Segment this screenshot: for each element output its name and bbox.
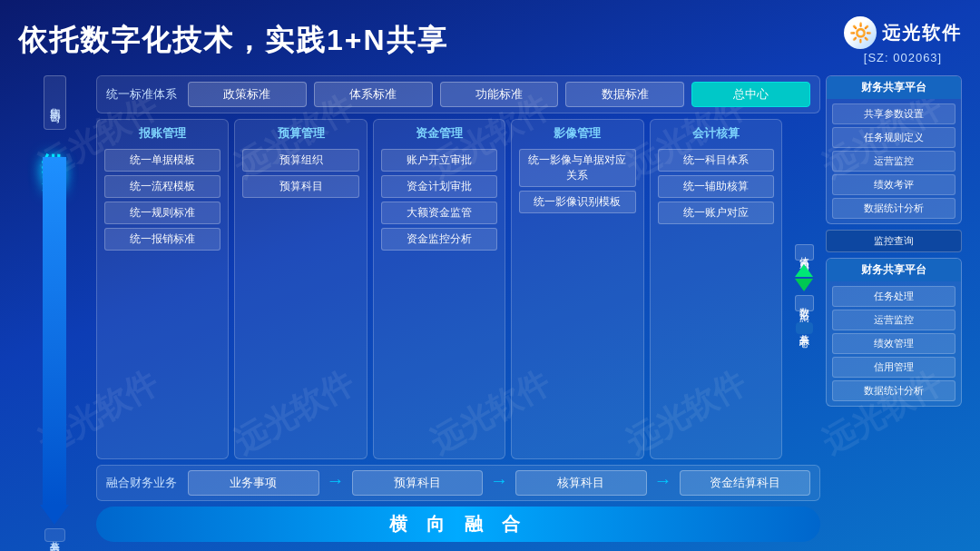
center-content: 统一标准体系 政策标准 体系标准 功能标准 数据标准 总中心 报账管理 统一单据… <box>96 75 820 542</box>
logo-name: 远光软件 <box>882 21 962 45</box>
arrow-head <box>40 505 69 525</box>
share-center-mid-label: 共享分中心 <box>796 322 813 334</box>
header: 依托数字化技术，实践1+N共享 🔆 远光软件 [SZ: 002063] <box>18 16 962 64</box>
right-panel-top-item-3: 绩效考评 <box>832 174 956 195</box>
main-container: 依托数字化技术，实践1+N共享 🔆 远光软件 [SZ: 002063] 集团公司… <box>0 0 980 551</box>
fusion-row: 融合财务业务 业务事项 → 预算科目 → 核算科目 → 资金结算科目 <box>96 465 820 501</box>
fusion-arrow-2: → <box>490 470 508 496</box>
module-kuaiji-item-1: 统一辅助核算 <box>658 175 774 198</box>
right-panel-bottom-items: 任务处理 运营监控 绩效管理 信用管理 数据统计分析 <box>827 281 961 406</box>
module-zijin-item-0: 账户开立审批 <box>381 149 497 172</box>
arrow-down-icon <box>795 279 813 291</box>
right-panel-bottom: 财务共享平台 任务处理 运营监控 绩效管理 信用管理 数据统计分析 <box>826 258 962 407</box>
modules-row: 报账管理 统一单据模板 统一流程模板 统一规则标准 统一报销标准 预算管理 预算… <box>96 119 820 459</box>
standard-item-system: 体系标准 <box>314 82 433 107</box>
right-panel-top-title: 财务共享平台 <box>827 76 961 99</box>
fusion-arrow-1: → <box>327 470 345 496</box>
arrow-up-icon <box>795 264 813 277</box>
module-baozhan-item-3: 统一报销标准 <box>104 228 220 251</box>
module-yusuan-item-1: 预算科目 <box>242 175 358 198</box>
module-yusuan-item-0: 预算组织 <box>242 149 358 172</box>
standard-item-data: 数据标准 <box>565 82 684 107</box>
fusion-item-2: 核算科目 <box>515 470 647 496</box>
fusion-items: 业务事项 → 预算科目 → 核算科目 → 资金结算科目 <box>188 470 810 496</box>
logo-area: 🔆 远光软件 [SZ: 002063] <box>844 16 962 64</box>
right-panel-top-item-1: 任务规则定义 <box>832 127 956 148</box>
standard-items: 政策标准 体系标准 功能标准 数据标准 总中心 <box>188 82 810 107</box>
fusion-item-1: 预算科目 <box>352 470 484 496</box>
right-panel-top: 财务共享平台 共享参数设置 任务规则定义 运营监控 绩效考评 数据统计分析 <box>826 75 962 224</box>
mid-vert-label-bottom: 数据汇总 <box>795 295 814 311</box>
standard-row: 统一标准体系 政策标准 体系标准 功能标准 数据标准 总中心 <box>96 75 820 113</box>
right-panel-bottom-item-3: 信用管理 <box>832 357 956 378</box>
module-yusuan-title: 预算管理 <box>242 125 358 142</box>
module-zijin: 资金管理 账户开立审批 资金计划审批 大额资金监管 资金监控分析 <box>373 119 505 459</box>
share-center-label: 共享分中心 <box>44 528 65 542</box>
module-zijin-item-3: 资金监控分析 <box>381 228 497 251</box>
module-baozhan-item-2: 统一规则标准 <box>104 202 220 224</box>
right-panel-bottom-item-2: 绩效管理 <box>832 333 956 354</box>
module-baozhan-item-1: 统一流程模板 <box>104 175 220 198</box>
module-zijin-title: 资金管理 <box>381 125 497 142</box>
right-panel-top-item-2: 运营监控 <box>832 151 956 172</box>
down-arrow-big <box>40 157 69 525</box>
module-kuaiji-item-2: 统一账户对应 <box>658 202 774 224</box>
right-panel-top-item-4: 数据统计分析 <box>832 198 956 219</box>
mid-vert-label-top: 体系引用 <box>795 244 814 261</box>
module-zijin-item-2: 大额资金监管 <box>381 202 497 224</box>
module-yingxiang-item-0: 统一影像与单据对应关系 <box>519 149 635 187</box>
module-yingxiang-title: 影像管理 <box>519 125 635 142</box>
module-baozhan-title: 报账管理 <box>104 125 220 142</box>
arrow-up-down <box>795 264 813 291</box>
right-panel-bottom-item-4: 数据统计分析 <box>832 380 956 401</box>
page-title: 依托数字化技术，实践1+N共享 <box>18 21 448 61</box>
fusion-item-3: 资金结算科目 <box>680 470 811 496</box>
right-panel-bottom-item-1: 运营监控 <box>832 310 956 330</box>
standard-item-function: 功能标准 <box>440 82 559 107</box>
module-baozhan: 报账管理 统一单据模板 统一流程模板 统一规则标准 统一报销标准 <box>96 119 229 459</box>
right-panel-top-item-0: 共享参数设置 <box>832 103 956 124</box>
vertical-through-label: 纵向贯通 <box>39 133 71 155</box>
monitor-label: 监控查询 <box>826 230 962 252</box>
mid-vertical: 体系引用 数据汇总 共享分中心 <box>788 119 820 459</box>
fusion-label: 融合财务业务 <box>106 475 179 491</box>
module-zijin-item-1: 资金计划审批 <box>381 175 497 198</box>
logo-icon: 🔆 远光软件 <box>844 16 962 49</box>
standard-label: 统一标准体系 <box>106 86 179 103</box>
vertical-through-box: 纵向贯通 <box>39 133 71 525</box>
fusion-arrow-3: → <box>654 470 672 496</box>
module-yusuan: 预算管理 预算组织 预算科目 <box>234 119 367 459</box>
arrow-shaft <box>43 157 66 505</box>
left-column: 集团公司 纵向贯通 共享分中心 <box>18 75 91 542</box>
right-panel-bottom-item-0: 任务处理 <box>832 286 956 307</box>
module-kuaiji-item-0: 统一科目体系 <box>658 149 774 172</box>
content-wrapper: 集团公司 纵向贯通 共享分中心 统一标准体系 政策标准 体系标准 功能标准 数据… <box>18 75 962 542</box>
bottom-row: 融合财务业务 业务事项 → 预算科目 → 核算科目 → 资金结算科目 横 向 融… <box>96 465 820 542</box>
standard-item-center: 总中心 <box>691 82 810 107</box>
logo-symbol: 🔆 <box>844 16 877 49</box>
module-yingxiang-item-1: 统一影像识别模板 <box>519 191 635 213</box>
group-company-label: 集团公司 <box>44 75 66 130</box>
right-panels: 财务共享平台 共享参数设置 任务规则定义 运营监控 绩效考评 数据统计分析 监控… <box>826 75 962 542</box>
logo-code: [SZ: 002063] <box>864 51 942 64</box>
right-panel-bottom-title: 财务共享平台 <box>827 259 961 281</box>
module-kuaiji: 会计核算 统一科目体系 统一辅助核算 统一账户对应 <box>650 119 782 459</box>
horizontal-merge-banner: 横 向 融 合 <box>96 507 820 542</box>
module-yingxiang: 影像管理 统一影像与单据对应关系 统一影像识别模板 <box>511 119 643 459</box>
right-panel-top-items: 共享参数设置 任务规则定义 运营监控 绩效考评 数据统计分析 <box>827 99 961 223</box>
fusion-item-0: 业务事项 <box>188 470 319 496</box>
standard-item-policy: 政策标准 <box>188 82 307 107</box>
module-baozhan-item-0: 统一单据模板 <box>104 149 220 172</box>
module-kuaiji-title: 会计核算 <box>658 125 774 142</box>
